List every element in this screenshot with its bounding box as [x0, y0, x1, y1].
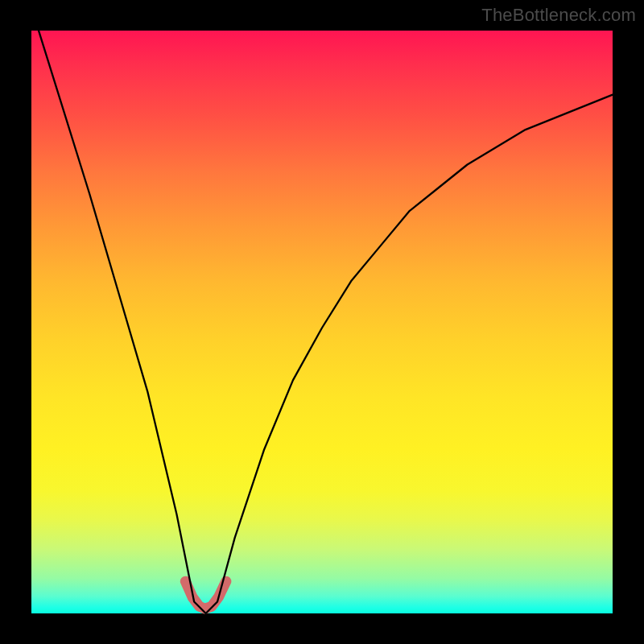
- chart-plot-area: [31, 31, 613, 613]
- watermark-text: TheBottleneck.com: [481, 5, 636, 26]
- chart-frame: TheBottleneck.com: [0, 0, 644, 644]
